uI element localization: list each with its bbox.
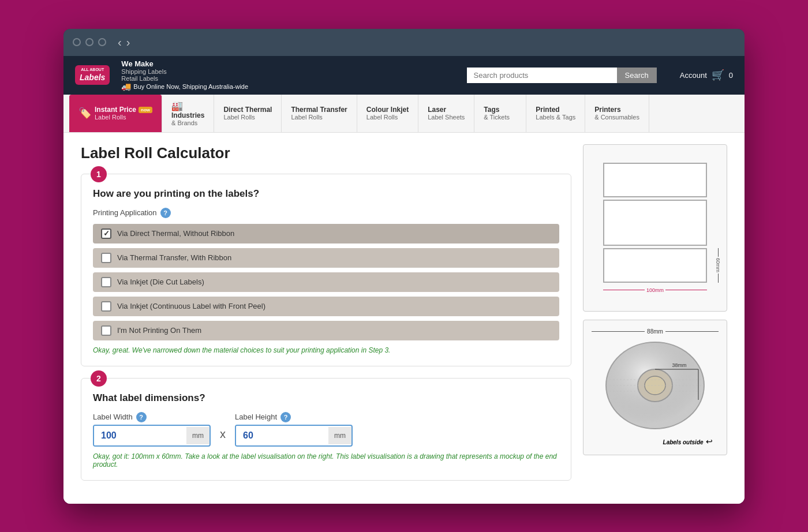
nav-tags[interactable]: Tags & Tickets [474,95,526,132]
cart-icon[interactable]: 🛒 [712,69,724,81]
nav-printed-sub: Labels & Tags [536,114,575,121]
nav-industries-sub: & Brands [171,119,197,126]
width-group: Label Width ? mm [93,412,211,447]
cart-count: 0 [729,71,733,80]
checkbox-option-3[interactable]: Via Inkjet (Die Cut Labels) [93,272,559,292]
search-button[interactable]: Search [617,68,657,83]
width-help-icon[interactable]: ? [136,412,147,422]
main-content: Label Roll Calculator 1 How are you prin… [63,133,745,504]
checkbox-label-2: Via Thermal Transfer, With Ribbon [117,253,231,262]
label-preview: 60mm 100mm [583,144,727,312]
checkbox-box-2 [101,253,111,263]
label-rect-1 [603,163,707,197]
page-title: Label Roll Calculator [81,144,571,162]
dimensions-row: Label Width ? mm x Label Height [93,412,559,447]
label-preview-inner: 60mm 100mm [603,163,707,293]
nav-thermal-transfer[interactable]: Thermal Transfer Label Rolls [282,95,357,132]
height-unit: mm [328,427,351,444]
right-panel: 60mm 100mm [583,144,727,492]
height-label: Label Height ? [235,412,353,422]
step2-badge: 2 [91,370,107,387]
checkbox-option-5[interactable]: I'm Not Printing On Them [93,321,559,340]
traffic-light-close[interactable] [73,38,81,46]
instant-price-icon: 🏷️ [78,107,91,119]
step2-section: 2 What label dimensions? Label Width ? m… [81,378,571,481]
step1-badge: 1 [91,166,107,182]
nav-instant-price-label: Instant Price [95,106,136,114]
label-rect-2 [603,200,707,246]
logo-all-about: ALL ABOUT [80,68,105,72]
traffic-light-minimize[interactable] [85,38,93,46]
height-input-wrap: mm [235,425,353,447]
checkmark-1: ✓ [103,229,110,238]
instant-price-badge: now [139,107,152,113]
nav-instant-price[interactable]: 🏷️ Instant Price now Label Rolls [69,95,162,132]
nav-printers-label: Printers [594,106,620,114]
nav-instant-price-content: Instant Price now Label Rolls [95,106,152,121]
nav-printed[interactable]: Printed Labels & Tags [526,95,585,132]
nav-buttons: ‹ › [118,36,130,49]
nav-laser[interactable]: Laser Label Sheets [418,95,474,132]
step2-hint: Okay, got it: 100mm x 60mm. Take a look … [93,452,559,469]
width-label: Label Width ? [93,412,211,422]
checkbox-label-3: Via Inkjet (Die Cut Labels) [117,278,204,286]
nav-printers[interactable]: Printers & Consumables [585,95,649,132]
top-bar: ALL ABOUT Labels We Make Shipping Labels… [63,56,745,95]
search-input[interactable] [467,68,617,83]
times-symbol: x [220,428,226,441]
truck-icon: 🚚 [121,82,131,91]
checkbox-option-2[interactable]: Via Thermal Transfer, With Ribbon [93,248,559,268]
traffic-light-maximize[interactable] [98,38,106,46]
label-rect-3 [603,248,707,283]
nav-laser-sub: Label Sheets [428,114,465,121]
logo[interactable]: ALL ABOUT Labels [75,65,110,84]
width-input[interactable] [94,426,186,445]
tagline: We Make Shipping Labels Retail Labels 🚚 … [121,59,248,91]
account-label[interactable]: Account [680,71,707,80]
roll-svg: 38mm [597,339,713,432]
width-unit: mm [186,427,210,444]
height-group: Label Height ? mm [235,412,353,447]
tagline-sub1: Shipping Labels [121,68,248,75]
checkbox-label-1: Via Direct Thermal, Without Ribbon [117,229,234,238]
back-button[interactable]: ‹ [118,36,122,49]
width-input-wrap: mm [93,425,211,447]
checkbox-option-4[interactable]: Via Inkjet (Continuous Label with Front … [93,297,559,316]
nav-printed-label: Printed [536,106,559,114]
search-area: Search [467,68,657,83]
nav-direct-thermal-sub: Label Rolls [223,114,255,121]
height-help-icon[interactable]: ? [280,412,291,422]
nav-printers-sub: & Consumables [594,114,639,121]
nav-colour-inkjet[interactable]: Colour Inkjet Label Rolls [357,95,418,132]
site: ALL ABOUT Labels We Make Shipping Labels… [63,56,745,504]
left-panel: Label Roll Calculator 1 How are you prin… [81,144,571,492]
industries-icon: 🏭 [171,100,183,111]
nav-thermal-transfer-label: Thermal Transfer [291,106,347,114]
nav-bar: 🏷️ Instant Price now Label Rolls 🏭 Indus… [63,95,745,133]
nav-instant-price-sub: Label Rolls [95,114,152,121]
account-area: Account 🛒 0 [680,69,733,81]
nav-colour-inkjet-label: Colour Inkjet [366,106,409,114]
checkbox-label-5: I'm Not Printing On Them [117,326,201,335]
checkbox-box-4 [101,301,111,312]
labels-outside-text: Labels outside ↩ [592,436,719,447]
step2-title: What label dimensions? [93,392,559,404]
height-input[interactable] [236,426,328,445]
checkbox-option-1[interactable]: ✓ Via Direct Thermal, Without Ribbon [93,224,559,243]
checkbox-box-1: ✓ [101,228,111,239]
dim-width-label: 100mm [646,287,664,293]
checkbox-box-3 [101,277,111,287]
browser-chrome: ‹ › [63,29,745,56]
nav-tags-sub: & Tickets [484,114,510,121]
checkbox-label-4: Via Inkjet (Continuous Label with Front … [117,302,265,310]
nav-direct-thermal[interactable]: Direct Thermal Label Rolls [214,95,282,132]
forward-button[interactable]: › [126,36,130,49]
nav-industries[interactable]: 🏭 Industries & Brands [162,95,214,132]
tagline-main: We Make [121,59,248,68]
nav-colour-inkjet-sub: Label Rolls [366,114,398,121]
tagline-shipping: 🚚 Buy Online Now, Shipping Australia-wid… [121,82,248,91]
svg-text:38mm: 38mm [672,362,686,368]
nav-tags-label: Tags [484,106,499,114]
step1-help-icon[interactable]: ? [160,208,171,218]
logo-labels: Labels [80,73,105,83]
